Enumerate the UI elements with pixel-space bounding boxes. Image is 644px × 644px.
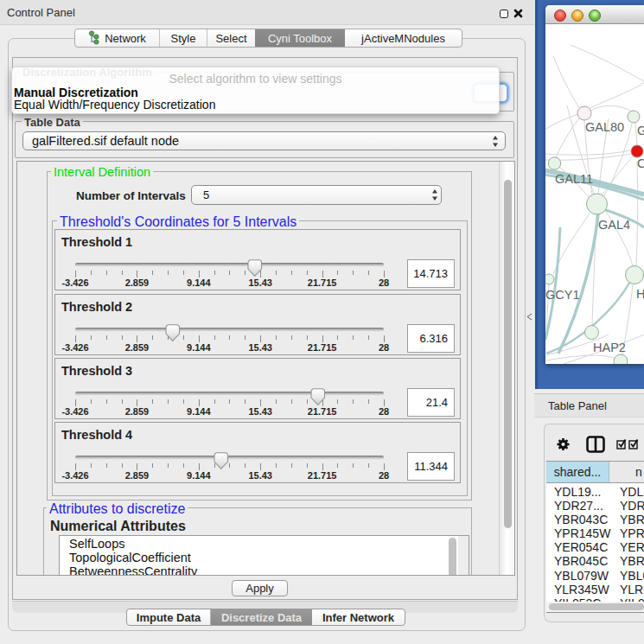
svg-text:GAL80: GAL80 (585, 120, 624, 134)
svg-text:H: H (636, 287, 644, 301)
svg-text:G.: G. (637, 124, 644, 137)
svg-text:GCY1: GCY1 (545, 288, 580, 302)
svg-text:C: C (637, 156, 644, 170)
svg-text:GAL11: GAL11 (555, 172, 593, 186)
svg-text:HAP2: HAP2 (593, 341, 626, 354)
svg-text:GAL4: GAL4 (598, 218, 630, 232)
